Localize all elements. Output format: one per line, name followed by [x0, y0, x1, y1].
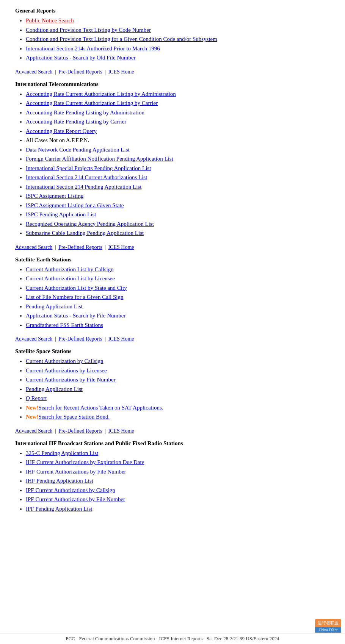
list-item: ISPC Assignment Listing	[26, 192, 330, 200]
recent-actions-sat-link[interactable]: Search for Recent Actions Taken on SAT A…	[38, 405, 163, 411]
advanced-search-link-3[interactable]: Advanced Search	[15, 336, 52, 342]
list-item: List of File Numbers for a Given Call Si…	[26, 293, 330, 302]
list-item: International Special Projects Pending A…	[26, 164, 330, 173]
accounting-rate-pending-admin-link[interactable]: Accounting Rate Pending Listing by Admin…	[26, 109, 144, 116]
ispc-assignment-state-link[interactable]: ISPC Assignment Listing for a Given Stat…	[26, 202, 124, 208]
new-label-space-bond: New!	[26, 414, 38, 420]
separator-5: |	[55, 336, 56, 342]
ipf-callsign-link[interactable]: IPF Current Authorizations by Callsign	[26, 487, 115, 493]
list-item: ISPC Assignment Listing for a Given Stat…	[26, 201, 330, 210]
list-item: Public Notice Search	[26, 16, 330, 25]
ispc-assignment-link[interactable]: ISPC Assignment Listing	[26, 193, 84, 199]
general-reports-title: General Reports	[15, 8, 330, 14]
watermark: 运行者联盟 China-DXer	[315, 619, 341, 633]
satellite-space-list: Current Authorization by Callsign Curren…	[15, 357, 330, 421]
pre-defined-link-1[interactable]: Pre-Defined Reports	[58, 69, 102, 75]
separator-4: |	[105, 244, 106, 250]
ispc-pending-link[interactable]: ISPC Pending Application List	[26, 211, 96, 217]
icfs-home-link-4[interactable]: ICES Home	[108, 428, 134, 434]
nav-links-3: Advanced Search | Pre-Defined Reports | …	[15, 336, 330, 342]
list-item: Accounting Rate Current Authorization Li…	[26, 90, 330, 98]
separator-3: |	[55, 244, 56, 250]
international-telecom-title: International Telecommunications	[15, 81, 330, 88]
separator-8: |	[105, 428, 106, 434]
pre-defined-link-3[interactable]: Pre-Defined Reports	[58, 336, 102, 342]
nav-links-1: Advanced Search | Pre-Defined Reports | …	[15, 69, 330, 75]
intl-special-projects-link[interactable]: International Special Projects Pending A…	[26, 165, 151, 171]
current-auth-licensee-link[interactable]: Current Authorization List by Licensee	[26, 275, 115, 281]
ihf-pending-link[interactable]: IHF Pending Application List	[26, 478, 93, 484]
accounting-rate-carrier-link[interactable]: Accounting Rate Current Authorization Li…	[26, 100, 158, 106]
current-auths-file-number-space-link[interactable]: Current Authorizations by File Number	[26, 377, 116, 383]
list-item: New!Search for Recent Actions Taken on S…	[26, 403, 330, 412]
app-status-old-file-link[interactable]: Application Status - Search by Old File …	[26, 55, 136, 61]
list-item: 325-C Pending Application List	[26, 449, 330, 458]
all-cases-text: All Cases Not on A.F.F.P.N.	[26, 137, 89, 143]
list-item: Current Authorizations by Licensee	[26, 366, 330, 375]
ipf-pending-link[interactable]: IPF Pending Application List	[26, 506, 92, 512]
intl-214-current-auth-link[interactable]: International Section 214 Current Author…	[26, 174, 147, 180]
advanced-search-link-4[interactable]: Advanced Search	[15, 428, 52, 434]
file-numbers-callsign-link[interactable]: List of File Numbers for a Given Call Si…	[26, 294, 123, 300]
intl-214-pending-link[interactable]: International Section 214 Pending Applic…	[26, 184, 141, 190]
list-item: IPF Current Authorizations by File Numbe…	[26, 495, 330, 504]
advanced-search-link-2[interactable]: Advanced Search	[15, 244, 52, 250]
intl-214s-march1996-link[interactable]: International Section 214s Authorized Pr…	[26, 45, 160, 52]
international-telecom-list: Accounting Rate Current Authorization Li…	[15, 90, 330, 238]
ihf-file-number-link[interactable]: IHF Current Authorizations by File Numbe…	[26, 469, 126, 475]
list-item: IHF Pending Application List	[26, 477, 330, 485]
ipf-file-number-link[interactable]: IPF Current Authorizations by File Numbe…	[26, 496, 125, 502]
watermark-line1: 运行者联盟	[315, 619, 341, 627]
accounting-rate-admin-link[interactable]: Accounting Rate Current Authorization Li…	[26, 91, 176, 97]
condition-provision-subsystem-link[interactable]: Condition and Provision Text Listing for…	[26, 36, 217, 42]
app-status-file-number-link[interactable]: Application Status - Search by File Numb…	[26, 313, 125, 319]
accounting-rate-pending-carrier-link[interactable]: Accounting Rate Pending Listing by Carri…	[26, 119, 126, 125]
hf-broadcast-title: International HF Broadcast Stations and …	[15, 440, 330, 447]
list-item: Condition and Provision Text Listing by …	[26, 26, 330, 34]
advanced-search-link-1[interactable]: Advanced Search	[15, 69, 52, 75]
general-reports-section: General Reports Public Notice Search Con…	[15, 8, 330, 62]
icfs-home-link-1[interactable]: ICES Home	[108, 69, 134, 75]
satellite-earth-title: Satellite Earth Stations	[15, 256, 330, 263]
footer: FCC - Federal Communications Commission …	[0, 633, 345, 644]
current-auth-callsign-link[interactable]: Current Authorization List by Callsign	[26, 266, 114, 272]
general-reports-list: Public Notice Search Condition and Provi…	[15, 16, 330, 62]
satellite-earth-list: Current Authorization List by Callsign C…	[15, 265, 330, 330]
grandfathered-fss-link[interactable]: Grandfathered FSS Earth Stations	[26, 322, 103, 328]
satellite-space-section: Satellite Space Stations Current Authori…	[15, 348, 330, 421]
list-item: Condition and Provision Text Listing for…	[26, 35, 330, 44]
foreign-carrier-link[interactable]: Foreign Carrier Affiliation Notification…	[26, 156, 173, 162]
q-report-link[interactable]: Q Report	[26, 395, 47, 401]
public-notice-search-link[interactable]: Public Notice Search	[26, 17, 74, 23]
current-auth-state-city-link[interactable]: Current Authorization List by State and …	[26, 285, 127, 291]
accounting-rate-report-link[interactable]: Accounting Rate Report Query	[26, 128, 97, 134]
space-station-bond-link[interactable]: Search for Space Station Bond.	[38, 414, 110, 420]
condition-provision-code-link[interactable]: Condition and Provision Text Listing by …	[26, 27, 151, 33]
ihf-expiration-link[interactable]: IHF Current Authorizations by Expiration…	[26, 459, 144, 465]
list-item: IPF Current Authorizations by Callsign	[26, 486, 330, 495]
pre-defined-link-4[interactable]: Pre-Defined Reports	[58, 428, 102, 434]
satellite-space-title: Satellite Space Stations	[15, 348, 330, 355]
hf-broadcast-list: 325-C Pending Application List IHF Curre…	[15, 449, 330, 513]
data-network-code-link[interactable]: Data Network Code Pending Application Li…	[26, 147, 130, 153]
icfs-home-link-3[interactable]: ICES Home	[108, 336, 134, 342]
list-item: International Section 214 Pending Applic…	[26, 183, 330, 191]
international-telecom-section: International Telecommunications Account…	[15, 81, 330, 238]
icfs-home-link-2[interactable]: ICES Home	[108, 244, 134, 250]
nav-links-4: Advanced Search | Pre-Defined Reports | …	[15, 428, 330, 434]
submarine-cable-link[interactable]: Submarine Cable Landing Pending Applicat…	[26, 230, 144, 236]
list-item: All Cases Not on A.F.F.P.N.	[26, 136, 330, 145]
list-item: IHF Current Authorizations by File Numbe…	[26, 467, 330, 476]
325c-pending-link[interactable]: 325-C Pending Application List	[26, 450, 98, 456]
list-item: Foreign Carrier Affiliation Notification…	[26, 155, 330, 163]
list-item: Data Network Code Pending Application Li…	[26, 145, 330, 154]
pending-application-earth-link[interactable]: Pending Application List	[26, 303, 83, 309]
list-item: Accounting Rate Current Authorization Li…	[26, 99, 330, 108]
current-auth-callsign-space-link[interactable]: Current Authorization by Callsign	[26, 358, 104, 364]
list-item: International Section 214 Current Author…	[26, 173, 330, 182]
pending-application-space-link[interactable]: Pending Application List	[26, 386, 83, 392]
list-item: New!Search for Space Station Bond.	[26, 413, 330, 421]
current-auths-licensee-space-link[interactable]: Current Authorizations by Licensee	[26, 367, 107, 374]
pre-defined-link-2[interactable]: Pre-Defined Reports	[58, 244, 102, 250]
recognized-operating-link[interactable]: Recognized Operating Agency Pending Appl…	[26, 221, 154, 227]
